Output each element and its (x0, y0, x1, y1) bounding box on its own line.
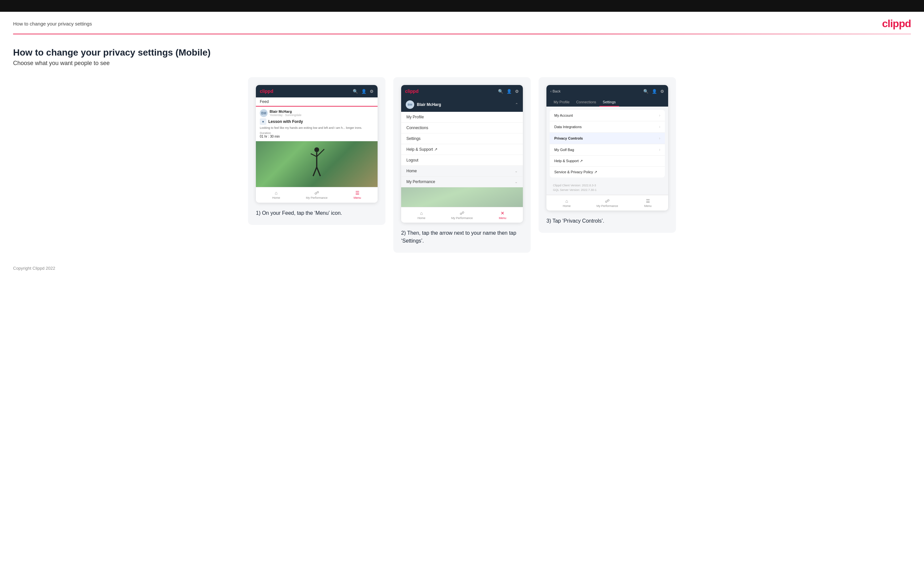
golfer-svg (307, 146, 326, 182)
step2-search-icon: 🔍 (498, 89, 503, 94)
client-version: Clippd Client Version: 2022.8.3-3 (553, 184, 662, 188)
step3-performance-icon: ☍ (605, 198, 609, 204)
step2-menu-logout[interactable]: Logout (401, 155, 523, 166)
home-icon: ⌂ (275, 190, 278, 195)
step3-version: Clippd Client Version: 2022.8.3-3 GQL Se… (546, 181, 668, 195)
feed-lesson-row: ■ Lesson with Fordy (260, 118, 374, 125)
step-3-mockup: ‹ Back 🔍 👤 ⚙ My Profile Connections Sett… (546, 85, 668, 211)
feed-post: BM Blair McHarg Yesterday · Sunningdale … (256, 106, 378, 141)
top-bar (0, 0, 924, 12)
menu-icon: ☰ (355, 190, 360, 195)
search-icon: 🔍 (353, 89, 358, 94)
step2-home-section-label: Home (406, 169, 417, 173)
steps-row: clippd 🔍 👤 ⚙ Feed BM Blair McHarg (13, 77, 911, 253)
step2-menu-myprofile[interactable]: My Profile (401, 112, 523, 122)
step2-home-icon: ⌂ (420, 211, 423, 216)
step2-menu-connections[interactable]: Connections (401, 122, 523, 134)
step-2-card: clippd 🔍 👤 ⚙ BM Blair McHarg ⌃ (393, 77, 531, 253)
step2-menu-settings[interactable]: Settings (401, 134, 523, 144)
step1-nav-menu[interactable]: ☰ Menu (337, 187, 378, 203)
step-1-mockup: clippd 🔍 👤 ⚙ Feed BM Blair McHarg (256, 85, 378, 203)
feed-desc: Looking to feel like my hands are exitin… (260, 126, 374, 130)
step-1-card: clippd 🔍 👤 ⚙ Feed BM Blair McHarg (248, 77, 385, 225)
step3-nav-menu[interactable]: ☰ Menu (628, 195, 668, 211)
step-1-caption: 1) On your Feed, tap the ‘Menu’ icon. (256, 209, 378, 217)
step1-nav-home[interactable]: ⌂ Home (256, 187, 296, 203)
step3-header: ‹ Back 🔍 👤 ⚙ (546, 85, 668, 97)
step2-golf-bg (401, 187, 523, 207)
step2-user-name: Blair McHarg (417, 102, 441, 107)
step-2-caption: 2) Then, tap the arrow next to your name… (401, 229, 523, 245)
step3-nav-home[interactable]: ⌂ Home (546, 195, 587, 211)
tab-myprofile[interactable]: My Profile (550, 97, 573, 106)
dataintegrations-chevron-icon: › (659, 124, 660, 129)
settings-item-privacypolicy[interactable]: Service & Privacy Policy ↗ (550, 167, 665, 177)
step-3-card: ‹ Back 🔍 👤 ⚙ My Profile Connections Sett… (539, 77, 676, 233)
settings-item-privacycontrols[interactable]: Privacy Controls › (550, 133, 665, 144)
step2-nav-menu[interactable]: ✕ Menu (482, 207, 523, 222)
tab-settings[interactable]: Settings (599, 97, 619, 106)
step2-menu-user-row[interactable]: BM Blair McHarg ⌃ (401, 97, 523, 112)
step2-nav-performance[interactable]: ☍ My Performance (442, 207, 482, 222)
step2-user-icon: 👤 (507, 89, 512, 94)
step2-menu-performance-section[interactable]: My Performance ⌄ (401, 177, 523, 187)
myaccount-chevron-icon: › (659, 113, 660, 118)
settings-myaccount-label: My Account (554, 113, 573, 118)
step2-home-chevron-icon: ⌄ (515, 169, 518, 173)
step3-back-button[interactable]: ‹ Back (550, 89, 561, 93)
performance-label: My Performance (306, 196, 328, 200)
step2-user-left: BM Blair McHarg (406, 100, 441, 109)
step2-home-label: Home (417, 216, 425, 220)
settings-item-helpsupport[interactable]: Help & Support ↗ (550, 156, 665, 167)
copyright-text: Copyright Clippd 2022 (13, 266, 55, 271)
step2-chevron-up-icon: ⌃ (515, 102, 518, 107)
privacycontrols-chevron-icon: › (659, 136, 660, 140)
user-icon: 👤 (361, 89, 367, 94)
step3-header-icons: 🔍 👤 ⚙ (643, 89, 664, 94)
page-title: How to change your privacy settings (Mob… (13, 47, 911, 58)
step3-performance-label: My Performance (596, 204, 618, 208)
step2-menu-help[interactable]: Help & Support ↗ (401, 144, 523, 155)
step3-nav-performance[interactable]: ☍ My Performance (587, 195, 628, 211)
page-subtitle: Choose what you want people to see (13, 60, 911, 67)
performance-icon: ☍ (315, 190, 319, 195)
step3-bottom-nav: ⌂ Home ☍ My Performance ☰ Menu (546, 195, 668, 211)
step2-performance-section-label: My Performance (406, 179, 435, 184)
step1-nav-performance[interactable]: ☍ My Performance (296, 187, 337, 203)
svg-line-5 (317, 167, 320, 176)
step2-navbar: clippd 🔍 👤 ⚙ (401, 85, 523, 97)
svg-line-2 (311, 154, 317, 156)
step2-nav-home[interactable]: ⌂ Home (401, 207, 442, 222)
step3-settings-icon: ⚙ (660, 89, 664, 94)
step2-menu-label: Menu (499, 216, 507, 220)
mygolfbag-chevron-icon: › (659, 147, 660, 152)
feed-user-info: Blair McHarg Yesterday · Sunningdale (270, 110, 301, 117)
step3-menu-label: Menu (644, 204, 652, 208)
step3-menu-icon: ☰ (646, 198, 650, 204)
tab-connections[interactable]: Connections (573, 97, 599, 106)
home-label: Home (272, 196, 280, 200)
svg-point-0 (315, 147, 319, 152)
settings-item-myaccount[interactable]: My Account › (550, 110, 665, 121)
feed-avatar: BM (260, 109, 268, 117)
step2-performance-chevron-icon: ⌄ (515, 180, 518, 184)
step2-performance-label: My Performance (451, 216, 473, 220)
settings-privacypolicy-label: Service & Privacy Policy ↗ (554, 170, 597, 174)
step3-user-icon: 👤 (652, 89, 657, 94)
step-2-mockup: clippd 🔍 👤 ⚙ BM Blair McHarg ⌃ (401, 85, 523, 222)
step1-bottom-nav: ⌂ Home ☍ My Performance ☰ Menu (256, 187, 378, 203)
settings-item-dataintegrations[interactable]: Data Integrations › (550, 121, 665, 133)
main-content: How to change your privacy settings (Mob… (0, 34, 924, 259)
gql-version: GQL Server Version: 2022.7.30-1 (553, 188, 662, 193)
step1-icons: 🔍 👤 ⚙ (353, 89, 374, 94)
feed-lesson-icon: ■ (260, 118, 267, 125)
feed-image-inner (256, 141, 378, 187)
feed-tab[interactable]: Feed (256, 97, 378, 106)
step-3-caption: 3) Tap ‘Privacy Controls’. (546, 217, 668, 225)
header: How to change your privacy settings clip… (0, 12, 924, 34)
settings-item-mygolfbag[interactable]: My Golf Bag › (550, 144, 665, 156)
settings-icon: ⚙ (370, 89, 374, 94)
step2-performance-icon: ☍ (460, 211, 464, 216)
step1-logo: clippd (260, 89, 273, 94)
step2-menu-home-section[interactable]: Home ⌄ (401, 166, 523, 177)
